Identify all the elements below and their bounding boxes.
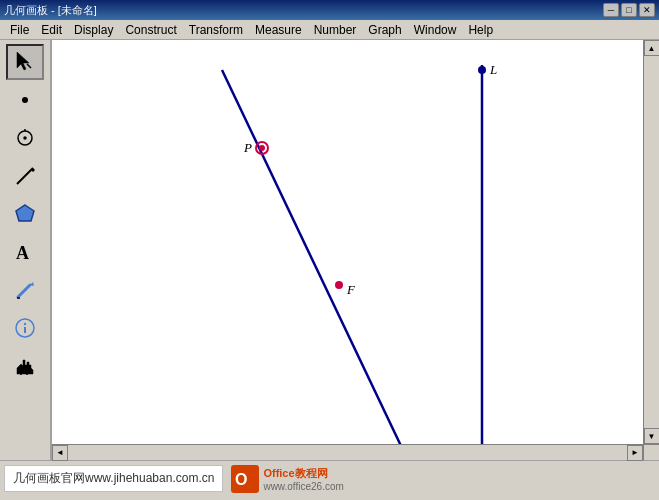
office-sub: www.office26.com xyxy=(263,481,343,492)
title-controls: ─ □ ✕ xyxy=(603,3,655,17)
scroll-left-button[interactable]: ◄ xyxy=(52,445,68,461)
maximize-button[interactable]: □ xyxy=(621,3,637,17)
point-L[interactable] xyxy=(478,66,486,74)
scroll-up-button[interactable]: ▲ xyxy=(644,40,660,56)
svg-point-18 xyxy=(26,373,28,375)
svg-point-14 xyxy=(24,323,26,325)
office-logo-icon: O xyxy=(231,465,259,493)
label-P: P xyxy=(244,140,252,156)
scroll-down-button[interactable]: ▼ xyxy=(644,428,660,444)
svg-text:A: A xyxy=(16,243,29,263)
straightedge-tool[interactable] xyxy=(6,158,44,194)
watermark-box: 几何画板官网www.jihehuaban.com.cn xyxy=(4,465,223,492)
text-tool[interactable]: A xyxy=(6,234,44,270)
svg-point-4 xyxy=(24,137,26,139)
menu-file[interactable]: File xyxy=(4,21,35,39)
polygon-tool[interactable] xyxy=(6,196,44,232)
canvas-wrapper: L P F ▲ ▼ ◄ ► xyxy=(52,40,659,460)
point-P[interactable] xyxy=(259,145,265,151)
label-F: F xyxy=(347,282,355,298)
menu-bar: File Edit Display Construct Transform Me… xyxy=(0,20,659,40)
point-tool[interactable] xyxy=(6,82,44,118)
svg-marker-0 xyxy=(17,52,29,70)
svg-line-6 xyxy=(17,168,33,184)
horizontal-scrollbar[interactable]: ◄ ► xyxy=(52,444,643,460)
canvas-scroll-area: L P F ▲ ▼ xyxy=(52,40,659,444)
geometry-svg xyxy=(52,40,643,444)
hand-tool[interactable] xyxy=(6,348,44,384)
svg-marker-1 xyxy=(27,64,31,68)
office-logo-area: O Office教程网 www.office26.com xyxy=(231,465,343,493)
menu-transform[interactable]: Transform xyxy=(183,21,249,39)
svg-marker-8 xyxy=(16,205,34,221)
compass-tool[interactable] xyxy=(6,120,44,156)
bottom-bar: 几何画板官网www.jihehuaban.com.cn O Office教程网 … xyxy=(0,460,659,496)
vertical-scrollbar[interactable]: ▲ ▼ xyxy=(643,40,659,444)
office-text: Office教程网 xyxy=(263,466,343,481)
select-tool[interactable] xyxy=(6,44,44,80)
svg-line-10 xyxy=(18,285,30,297)
menu-construct[interactable]: Construct xyxy=(119,21,182,39)
menu-number[interactable]: Number xyxy=(308,21,363,39)
watermark-text: 几何画板官网www.jihehuaban.com.cn xyxy=(13,470,214,487)
label-L: L xyxy=(490,62,497,78)
drawing-canvas[interactable]: L P F xyxy=(52,40,643,444)
bottom-area: ◄ ► xyxy=(52,444,659,460)
office-logo-text: Office教程网 www.office26.com xyxy=(263,466,343,492)
scroll-corner xyxy=(643,444,659,460)
close-button[interactable]: ✕ xyxy=(639,3,655,17)
title-bar: 几何画板 - [未命名] ─ □ ✕ xyxy=(0,0,659,20)
toolbar: A xyxy=(0,40,52,460)
svg-marker-16 xyxy=(17,360,33,374)
svg-point-17 xyxy=(20,373,22,375)
point-F[interactable] xyxy=(335,281,343,289)
diagonal-line xyxy=(222,70,422,444)
svg-point-2 xyxy=(22,97,28,103)
menu-help[interactable]: Help xyxy=(462,21,499,39)
main-layout: A xyxy=(0,40,659,460)
info-tool[interactable] xyxy=(6,310,44,346)
marker-tool[interactable] xyxy=(6,272,44,308)
svg-text:O: O xyxy=(235,471,247,488)
menu-edit[interactable]: Edit xyxy=(35,21,68,39)
scroll-right-button[interactable]: ► xyxy=(627,445,643,461)
menu-window[interactable]: Window xyxy=(408,21,463,39)
menu-graph[interactable]: Graph xyxy=(362,21,407,39)
menu-measure[interactable]: Measure xyxy=(249,21,308,39)
minimize-button[interactable]: ─ xyxy=(603,3,619,17)
title-text: 几何画板 - [未命名] xyxy=(4,3,603,18)
menu-display[interactable]: Display xyxy=(68,21,119,39)
